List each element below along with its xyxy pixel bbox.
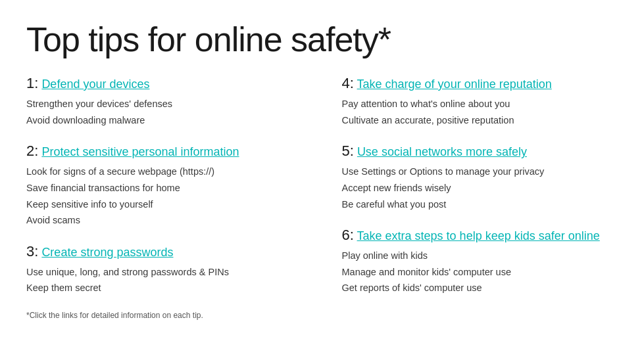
list-item: Be careful what you post (342, 196, 618, 213)
list-item: Save financial transactions for home (26, 180, 303, 196)
right-column: 4: Take charge of your online reputation… (342, 75, 618, 320)
list-item: Strengthen your devices' defenses (26, 96, 303, 112)
tip-section-5: 5: Use social networks more safely Use S… (342, 143, 618, 212)
tip-items-2: Look for signs of a secure webpage (http… (26, 164, 303, 229)
tip-heading-5: 5: Use social networks more safely (342, 143, 618, 160)
list-item: Get reports of kids' computer use (342, 280, 618, 296)
list-item: Keep them secret (26, 280, 303, 296)
tip-link-3[interactable]: Create strong passwords (41, 246, 173, 259)
tip-items-4: Pay attention to what's online about you… (342, 96, 618, 128)
tip-link-1[interactable]: Defend your devices (41, 78, 149, 91)
tip-heading-6: 6: Take extra steps to help keep kids sa… (342, 227, 618, 244)
list-item: Manage and monitor kids' computer use (342, 264, 618, 281)
list-item: Play online with kids (342, 248, 618, 264)
left-column: 1: Defend your devices Strengthen your d… (26, 75, 303, 320)
tip-heading-4: 4: Take charge of your online reputation (342, 75, 618, 92)
list-item: Avoid scams (26, 212, 303, 229)
tip-number-2: 2: (26, 143, 38, 159)
tip-number-3: 3: (26, 243, 38, 260)
list-item: Pay attention to what's online about you (342, 96, 618, 112)
tip-section-3: 3: Create strong passwords Use unique, l… (26, 243, 303, 296)
tip-items-3: Use unique, long, and strong passwords &… (26, 264, 303, 296)
tip-section-6: 6: Take extra steps to help keep kids sa… (342, 227, 618, 296)
list-item: Keep sensitive info to yourself (26, 196, 303, 213)
list-item: Look for signs of a secure webpage (http… (26, 164, 303, 180)
tip-number-1: 1: (26, 75, 38, 91)
tip-section-4: 4: Take charge of your online reputation… (342, 75, 618, 128)
list-item: Use unique, long, and strong passwords &… (26, 264, 303, 281)
list-item: Use Settings or Options to manage your p… (342, 164, 618, 180)
footnote: *Click the links for detailed informatio… (26, 311, 303, 320)
tip-number-5: 5: (342, 143, 354, 159)
tip-items-5: Use Settings or Options to manage your p… (342, 164, 618, 212)
list-item: Cultivate an accurate, positive reputati… (342, 112, 618, 129)
tip-link-4[interactable]: Take charge of your online reputation (357, 78, 552, 91)
tip-items-1: Strengthen your devices' defenses Avoid … (26, 96, 303, 128)
tip-section-2: 2: Protect sensitive personal informatio… (26, 143, 303, 229)
list-item: Accept new friends wisely (342, 180, 618, 196)
tip-number-6: 6: (342, 227, 354, 243)
tip-link-5[interactable]: Use social networks more safely (357, 145, 527, 158)
tip-section-1: 1: Defend your devices Strengthen your d… (26, 75, 303, 128)
content-grid: 1: Defend your devices Strengthen your d… (26, 75, 618, 320)
tip-heading-3: 3: Create strong passwords (26, 243, 303, 260)
tip-number-4: 4: (342, 75, 354, 91)
list-item: Avoid downloading malware (26, 112, 303, 129)
tip-link-2[interactable]: Protect sensitive personal information (41, 145, 239, 158)
tip-link-6[interactable]: Take extra steps to help keep kids safer… (357, 229, 600, 242)
page-title: Top tips for online safety* (26, 20, 618, 59)
tip-heading-1: 1: Defend your devices (26, 75, 303, 92)
tip-heading-2: 2: Protect sensitive personal informatio… (26, 143, 303, 160)
tip-items-6: Play online with kids Manage and monitor… (342, 248, 618, 296)
